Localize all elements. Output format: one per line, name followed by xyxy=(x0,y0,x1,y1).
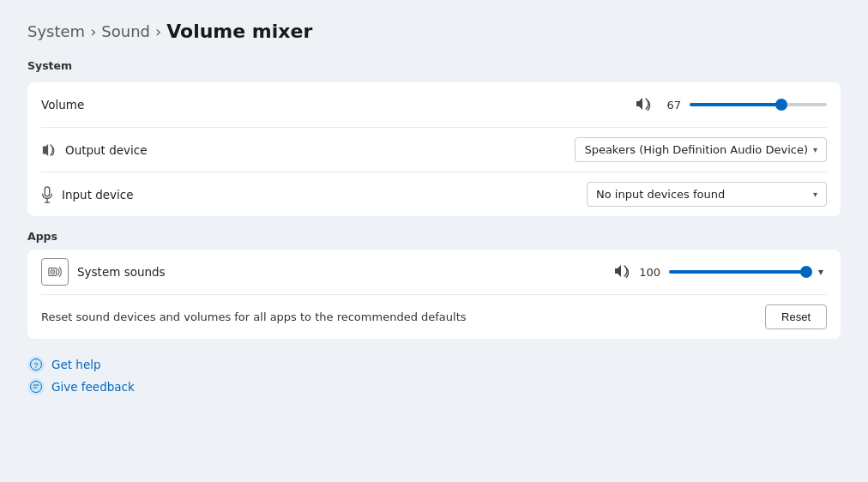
svg-rect-0 xyxy=(45,186,49,196)
system-sounds-slider[interactable] xyxy=(669,270,806,274)
output-device-value: Speakers (High Definition Audio Device) xyxy=(584,143,808,156)
breadcrumb: System › Sound › Volume mixer xyxy=(27,21,841,42)
apps-section-label: Apps xyxy=(27,230,841,243)
system-card: Volume 67 Out xyxy=(27,82,841,216)
breadcrumb-sound: Sound xyxy=(101,22,150,40)
system-sounds-expand-button[interactable]: ▾ xyxy=(815,262,827,281)
breadcrumb-system: System xyxy=(27,22,85,40)
get-help-link[interactable]: ? Get help xyxy=(27,356,841,373)
give-feedback-icon xyxy=(27,378,45,395)
output-icon xyxy=(41,143,57,157)
speaker-icon xyxy=(635,97,652,113)
reset-button[interactable]: Reset xyxy=(765,304,827,329)
svg-point-8 xyxy=(31,382,42,393)
chevron-down-icon-input: ▾ xyxy=(813,190,817,199)
reset-row: Reset sound devices and volumes for all … xyxy=(41,294,827,339)
volume-label: Volume xyxy=(41,98,635,111)
get-help-icon: ? xyxy=(27,356,45,373)
reset-text: Reset sound devices and volumes for all … xyxy=(41,310,765,323)
volume-thumb[interactable] xyxy=(775,99,787,111)
system-sounds-controls: 100 ▾ xyxy=(613,262,827,281)
output-device-controls: Speakers (High Definition Audio Device) … xyxy=(575,137,827,162)
input-device-controls: No input devices found ▾ xyxy=(587,182,827,207)
volume-controls: 67 xyxy=(635,97,827,113)
svg-text:?: ? xyxy=(33,361,38,370)
volume-slider[interactable] xyxy=(690,103,827,106)
input-device-dropdown[interactable]: No input devices found ▾ xyxy=(587,182,827,207)
system-sounds-label: System sounds xyxy=(41,258,613,286)
output-device-dropdown[interactable]: Speakers (High Definition Audio Device) … xyxy=(575,137,827,162)
input-device-value: No input devices found xyxy=(596,188,725,201)
microphone-icon xyxy=(41,186,53,203)
give-feedback-label: Give feedback xyxy=(51,380,135,394)
output-device-label: Output device xyxy=(41,143,575,157)
system-sounds-thumb[interactable] xyxy=(800,266,812,278)
get-help-label: Get help xyxy=(51,358,101,371)
breadcrumb-current: Volume mixer xyxy=(166,21,312,42)
system-section-label: System xyxy=(27,59,841,72)
give-feedback-link[interactable]: Give feedback xyxy=(27,378,841,395)
help-links: ? Get help Give feedback xyxy=(27,356,841,395)
system-sounds-speaker-icon xyxy=(613,264,630,280)
svg-point-5 xyxy=(52,271,53,272)
output-device-row: Output device Speakers (High Definition … xyxy=(41,127,827,172)
apps-card: System sounds 100 ▾ Reset sound devices … xyxy=(27,250,841,339)
input-device-row: Input device No input devices found ▾ xyxy=(41,172,827,216)
volume-row: Volume 67 xyxy=(41,82,827,127)
system-sounds-value: 100 xyxy=(639,266,660,279)
system-sounds-row: System sounds 100 ▾ xyxy=(41,250,827,294)
volume-value: 67 xyxy=(660,99,681,111)
breadcrumb-sep1: › xyxy=(90,22,96,40)
input-device-label: Input device xyxy=(41,186,587,203)
breadcrumb-sep2: › xyxy=(155,22,161,40)
system-sounds-icon xyxy=(41,258,69,286)
chevron-down-icon: ▾ xyxy=(813,145,817,154)
